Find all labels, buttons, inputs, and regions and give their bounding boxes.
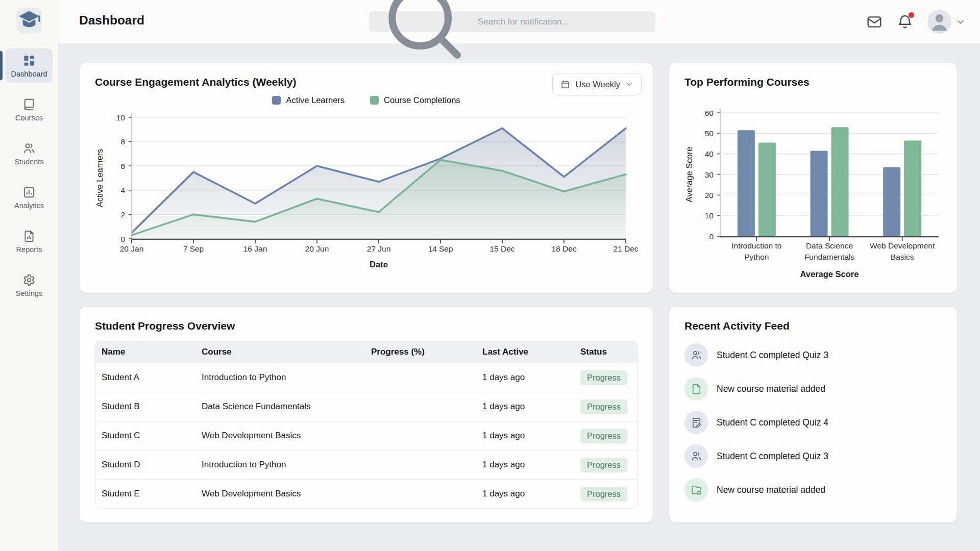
search-icon xyxy=(376,0,472,70)
cell-name: Student B xyxy=(102,402,202,412)
legend-swatch-icon xyxy=(272,96,281,105)
svg-text:15 Dec: 15 Dec xyxy=(489,244,514,253)
svg-text:Date: Date xyxy=(370,260,388,269)
analytics-icon xyxy=(22,186,36,199)
svg-text:20 Jun: 20 Jun xyxy=(305,244,329,253)
svg-text:0: 0 xyxy=(120,235,125,243)
sidebar-item-label: Settings xyxy=(16,289,42,297)
sidebar-item-label: Reports xyxy=(16,245,42,254)
chart-legend: Active LearnersCourse Completions xyxy=(95,95,638,105)
user-icon xyxy=(927,10,951,34)
table-row: Student BData Science Fundamentals1 days… xyxy=(95,392,637,421)
table-header-cell: Status xyxy=(580,347,630,357)
period-select-button[interactable]: Use Weekly xyxy=(552,73,642,95)
legend-label: Course Completions xyxy=(384,95,460,105)
activity-icon-circle xyxy=(684,343,708,367)
activity-text: New course material added xyxy=(717,384,825,394)
cell-name: Student A xyxy=(102,372,202,383)
search-input[interactable] xyxy=(478,17,648,27)
sidebar-item-courses[interactable]: Courses xyxy=(6,92,53,127)
svg-text:60: 60 xyxy=(705,109,714,117)
file-edit-icon xyxy=(691,417,702,429)
sidebar-item-settings[interactable]: Settings xyxy=(6,268,53,302)
sidebar-item-analytics[interactable]: Analytics xyxy=(6,180,53,214)
app-logo[interactable] xyxy=(16,8,42,33)
search-bar[interactable] xyxy=(369,11,655,32)
svg-text:Active Learners: Active Learners xyxy=(95,149,104,208)
activity-item: New course material added xyxy=(684,377,942,400)
svg-text:Basics: Basics xyxy=(891,253,914,261)
header-actions xyxy=(866,0,966,43)
activity-item: Student C completed Quiz 3 xyxy=(684,343,942,367)
student-progress-card: Student Progress Overview NameCourseProg… xyxy=(79,306,653,523)
activity-icon-circle xyxy=(684,411,708,434)
activity-text: Student C completed Quiz 3 xyxy=(717,350,828,361)
svg-text:Web Development: Web Development xyxy=(870,241,935,250)
cell-course: Data Science Fundamentals xyxy=(202,402,371,412)
status-badge: Progress xyxy=(580,429,627,443)
sidebar-item-label: Analytics xyxy=(14,202,44,210)
chevron-down-icon xyxy=(955,17,966,27)
svg-text:27 Jun: 27 Jun xyxy=(367,244,391,253)
activity-text: New course material added xyxy=(717,485,825,495)
cell-course: Introduction to Python xyxy=(202,372,371,383)
legend-item: Active Learners xyxy=(272,95,345,105)
status-badge: Progress xyxy=(580,370,627,385)
page-title: Dashboard xyxy=(79,13,144,28)
activity-feed: Student C completed Quiz 3New course mat… xyxy=(684,343,942,502)
svg-text:Python: Python xyxy=(744,253,769,261)
engagement-line-chart: 024681020 Jan7 Sep16 Jan20 Jun27 Jun14 S… xyxy=(95,105,639,273)
svg-text:20: 20 xyxy=(705,191,714,199)
cell-name: Student C xyxy=(102,431,202,441)
activity-icon-circle xyxy=(684,377,708,400)
table-header-cell: Last Active xyxy=(482,347,580,357)
mail-button[interactable] xyxy=(866,14,883,30)
top-courses-bar-chart: 0102030405060Introduction toPythonData S… xyxy=(684,97,947,287)
top-bar: Dashboard xyxy=(59,0,980,43)
sidebar-item-dashboard[interactable]: Dashboard xyxy=(6,48,53,83)
table-row: Student AIntroduction to Python1 days ag… xyxy=(95,363,637,392)
cell-status: Progress xyxy=(580,370,630,385)
svg-text:10: 10 xyxy=(116,113,126,122)
student-progress-card-title: Student Progress Overview xyxy=(95,320,638,332)
main-content: Course Engagement Analytics (Weekly) Use… xyxy=(59,43,980,551)
active-indicator xyxy=(0,51,3,80)
cell-status: Progress xyxy=(580,487,630,502)
sidebar-item-students[interactable]: Students xyxy=(6,136,53,170)
status-badge: Progress xyxy=(580,487,627,502)
activity-card: Recent Activity Feed Student C completed… xyxy=(669,306,958,523)
table-header-cell: Name xyxy=(102,347,202,357)
users-icon xyxy=(691,349,702,361)
svg-text:8: 8 xyxy=(120,137,125,146)
notifications-button[interactable] xyxy=(897,14,913,30)
svg-text:Data Science: Data Science xyxy=(806,241,853,250)
calendar-icon xyxy=(560,80,570,89)
cell-last-active: 1 days ago xyxy=(482,460,580,470)
svg-text:2: 2 xyxy=(120,210,125,219)
user-menu[interactable] xyxy=(927,10,966,34)
svg-text:Average Score: Average Score xyxy=(684,147,694,203)
cell-status: Progress xyxy=(580,399,630,414)
sidebar-nav: DashboardCoursesStudentsAnalyticsReports… xyxy=(0,48,58,302)
svg-text:Average Score: Average Score xyxy=(800,269,859,279)
cell-last-active: 1 days ago xyxy=(482,402,580,412)
table-header-cell: Course xyxy=(202,347,371,357)
reports-icon xyxy=(22,230,36,243)
activity-card-title: Recent Activity Feed xyxy=(684,320,942,332)
table-row: Student CWeb Development Basics1 days ag… xyxy=(95,421,637,450)
cell-last-active: 1 days ago xyxy=(482,372,580,383)
svg-text:16 Jan: 16 Jan xyxy=(243,244,267,253)
cell-last-active: 1 days ago xyxy=(482,489,580,499)
activity-item: Student C completed Quiz 3 xyxy=(684,444,942,468)
engagement-card: Course Engagement Analytics (Weekly) Use… xyxy=(79,62,653,293)
cell-name: Student D xyxy=(102,460,202,470)
svg-text:40: 40 xyxy=(705,149,714,158)
table-row: Student EWeb Development Basics1 days ag… xyxy=(95,479,637,508)
dashboard-icon xyxy=(22,54,36,67)
notification-badge xyxy=(909,12,914,18)
svg-text:14 Sep: 14 Sep xyxy=(428,244,453,253)
sidebar-item-reports[interactable]: Reports xyxy=(6,224,53,258)
svg-text:18 Dec: 18 Dec xyxy=(551,244,576,253)
status-badge: Progress xyxy=(580,458,627,472)
cell-status: Progress xyxy=(580,458,630,472)
